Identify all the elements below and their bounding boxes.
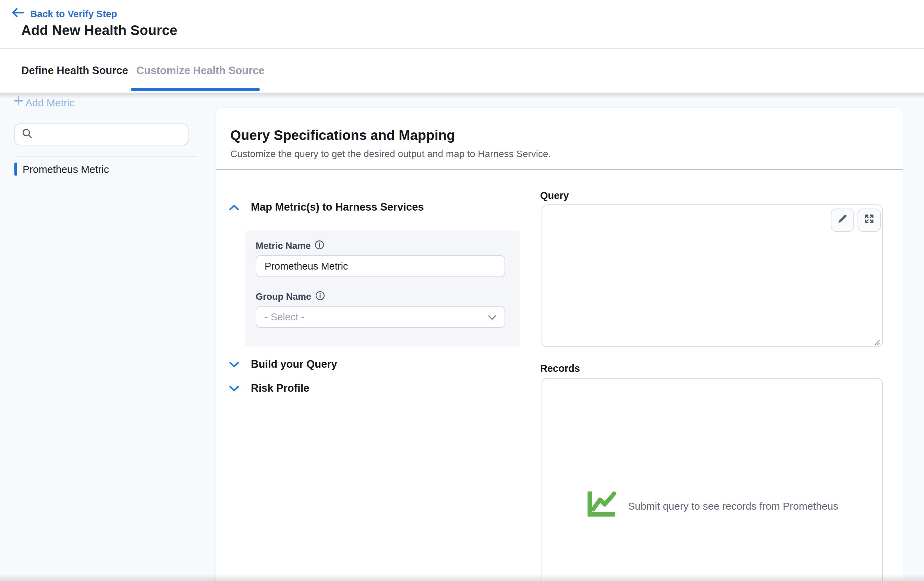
chevron-up-icon <box>229 204 239 210</box>
group-name-label: Group Name <box>256 291 311 302</box>
section-map-metrics-toggle[interactable]: Map Metric(s) to Harness Services <box>229 201 424 214</box>
page-header: Back to Verify Step Add New Health Sourc… <box>0 0 924 48</box>
query-label: Query <box>540 190 569 201</box>
pencil-icon <box>837 214 848 227</box>
metric-name-label: Metric Name <box>256 241 311 251</box>
tab-define-health-source[interactable]: Define Health Source <box>21 49 128 93</box>
page-title: Add New Health Source <box>21 23 177 38</box>
active-tab-indicator <box>131 88 260 91</box>
group-name-label-row: Group Name <box>256 291 325 303</box>
health-source-tabs: Define Health Source Customize Health So… <box>0 48 924 93</box>
sidebar-item-prometheus-metric[interactable]: Prometheus Metric <box>15 162 109 175</box>
section-title-build-query: Build your Query <box>251 358 337 371</box>
add-metric-button[interactable]: Add Metric <box>14 95 74 109</box>
info-icon[interactable] <box>315 240 325 252</box>
query-fullscreen-button[interactable] <box>858 209 881 232</box>
back-link[interactable]: Back to Verify Step <box>12 6 117 21</box>
records-empty-state: Submit query to see records from Prometh… <box>541 378 883 581</box>
chevron-down-icon <box>488 311 496 323</box>
plus-icon <box>14 96 23 108</box>
add-metric-label: Add Metric <box>25 96 74 108</box>
group-name-select-value: - Select - <box>265 311 304 323</box>
sidebar-divider <box>15 156 197 156</box>
section-title-map-metrics: Map Metric(s) to Harness Services <box>251 201 424 214</box>
content-area: Add Metric Prometheus Metric Query Speci… <box>0 93 924 581</box>
tab-customize-health-source[interactable]: Customize Health Source <box>136 49 265 93</box>
metric-name-label-row: Metric Name <box>256 240 325 252</box>
query-edit-button[interactable] <box>831 209 854 232</box>
expand-arrows-icon <box>864 214 874 227</box>
arrow-left-icon <box>12 8 24 20</box>
search-icon <box>22 128 32 141</box>
section-title-risk-profile: Risk Profile <box>251 382 310 394</box>
selected-indicator-bar <box>15 162 17 175</box>
back-link-label: Back to Verify Step <box>30 8 117 19</box>
records-empty-message: Submit query to see records from Prometh… <box>628 500 838 511</box>
records-label: Records <box>540 363 580 374</box>
metric-search-input[interactable] <box>38 129 181 140</box>
info-icon[interactable] <box>315 291 325 303</box>
section-risk-profile-toggle[interactable]: Risk Profile <box>229 382 310 394</box>
metrics-sidebar: Add Metric Prometheus Metric <box>0 93 216 581</box>
card-header-divider <box>216 169 903 170</box>
line-chart-icon <box>586 490 619 521</box>
metric-name-input[interactable] <box>256 255 505 277</box>
section-build-query-toggle[interactable]: Build your Query <box>229 358 337 371</box>
query-specifications-card: Query Specifications and Mapping Customi… <box>216 108 903 581</box>
card-subtitle: Customize the query to get the desired o… <box>230 148 551 159</box>
card-title: Query Specifications and Mapping <box>230 127 455 143</box>
metric-search-box <box>15 124 188 146</box>
chevron-down-icon <box>229 361 239 367</box>
app-window: Back to Verify Step Add New Health Sourc… <box>0 0 924 581</box>
metric-item-label: Prometheus Metric <box>23 163 109 175</box>
group-name-select[interactable]: - Select - <box>256 306 505 328</box>
map-metrics-form-panel: Metric Name Group Name <box>246 230 520 346</box>
chevron-down-icon <box>229 385 239 391</box>
query-editor-box <box>541 204 883 347</box>
textarea-resize-handle[interactable] <box>872 336 880 344</box>
